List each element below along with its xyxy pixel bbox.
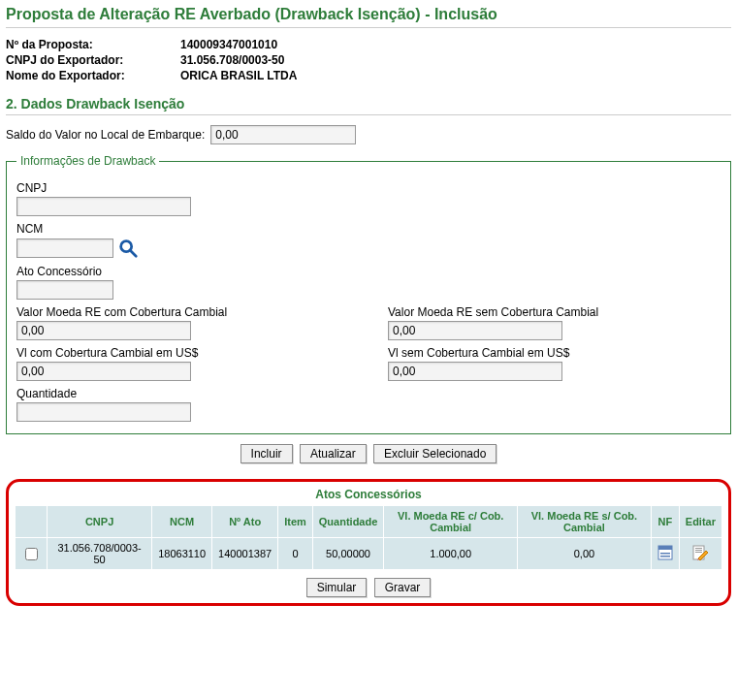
cnpj-label: CNPJ	[16, 181, 721, 195]
cnpj-exportador-label: CNPJ do Exportador:	[6, 53, 180, 67]
table-row: 31.056.708/0003-50 18063110 140001387 0 …	[16, 538, 722, 570]
ato-input[interactable]	[16, 280, 113, 300]
section-title: 2. Dados Drawback Isenção	[6, 96, 731, 115]
nf-icon[interactable]	[657, 545, 673, 560]
gravar-button[interactable]: Gravar	[374, 578, 432, 597]
cell-vl-sem: 0,00	[518, 538, 652, 570]
cell-vl-com: 1.000,00	[384, 538, 518, 570]
ato-label: Ato Concessório	[16, 265, 721, 278]
vl-sem-input[interactable]	[388, 362, 562, 381]
drawback-legend: Informações de Drawback	[16, 154, 159, 168]
col-cnpj: CNPJ	[48, 506, 152, 538]
valor-re-sem-label: Valor Moeda RE sem Cobertura Cambial	[388, 305, 721, 319]
valor-re-com-input[interactable]	[16, 321, 191, 340]
cell-item: 0	[278, 538, 313, 570]
cell-ato: 140001387	[212, 538, 278, 570]
atualizar-button[interactable]: Atualizar	[300, 444, 367, 463]
col-item: Item	[278, 506, 313, 538]
vl-com-input[interactable]	[16, 362, 191, 381]
cell-cnpj: 31.056.708/0003-50	[48, 538, 152, 570]
incluir-button[interactable]: Incluir	[240, 444, 293, 463]
proposta-label: Nº da Proposta:	[6, 38, 180, 51]
quantidade-input[interactable]	[16, 402, 191, 422]
saldo-label: Saldo do Valor no Local de Embarque:	[6, 128, 205, 142]
cell-quantidade: 50,00000	[312, 538, 384, 570]
nome-exportador-label: Nome do Exportador:	[6, 69, 180, 82]
edit-icon[interactable]	[692, 545, 708, 560]
simular-button[interactable]: Simular	[306, 578, 368, 597]
ncm-input[interactable]	[16, 239, 113, 258]
cnpj-input[interactable]	[16, 197, 191, 216]
svg-rect-5	[660, 556, 670, 557]
svg-rect-3	[658, 546, 672, 550]
valor-re-sem-input[interactable]	[388, 321, 562, 340]
svg-rect-9	[695, 552, 702, 553]
valor-re-com-label: Valor Moeda RE com Cobertura Cambial	[16, 305, 349, 319]
svg-rect-7	[695, 548, 702, 549]
table-title: Atos Concessórios	[15, 488, 722, 501]
col-ncm: NCM	[152, 506, 212, 538]
quantidade-label: Quantidade	[16, 387, 721, 400]
highlight-frame: Atos Concessórios CNPJ NCM Nº Ato Item Q…	[6, 479, 731, 606]
nome-exportador-value: ORICA BRASIL LTDA	[180, 69, 394, 82]
svg-line-1	[131, 251, 137, 257]
col-ato: Nº Ato	[212, 506, 278, 538]
vl-com-label: Vl com Cobertura Cambial em US$	[16, 346, 349, 360]
col-editar: Editar	[679, 506, 721, 538]
col-vl-sem: Vl. Moeda RE s/ Cob. Cambial	[518, 506, 652, 538]
cell-ncm: 18063110	[152, 538, 212, 570]
row-checkbox[interactable]	[25, 548, 38, 560]
search-icon[interactable]	[117, 238, 139, 259]
col-vl-com: Vl. Moeda RE c/ Cob. Cambial	[384, 506, 518, 538]
ncm-label: NCM	[16, 222, 721, 236]
saldo-input[interactable]	[210, 125, 356, 144]
col-quantidade: Quantidade	[312, 506, 384, 538]
page-title: Proposta de Alteração RE Averbado (Drawb…	[6, 6, 731, 28]
svg-rect-4	[660, 553, 670, 555]
atos-table: CNPJ NCM Nº Ato Item Quantidade Vl. Moed…	[15, 505, 722, 570]
excluir-selecionado-button[interactable]: Excluir Selecionado	[373, 444, 497, 463]
vl-sem-label: Vl sem Cobertura Cambial em US$	[388, 346, 721, 360]
svg-rect-8	[695, 550, 702, 551]
col-checkbox	[16, 506, 48, 538]
proposta-value: 140009347001010	[180, 38, 394, 51]
cnpj-exportador-value: 31.056.708/0003-50	[180, 53, 394, 67]
drawback-fieldset: Informações de Drawback CNPJ NCM Ato Con…	[6, 154, 731, 434]
col-nf: NF	[651, 506, 679, 538]
